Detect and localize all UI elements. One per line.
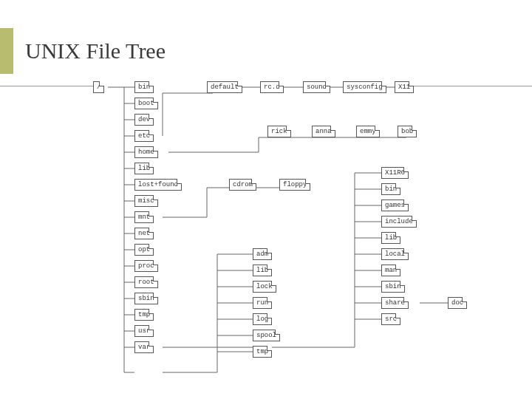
node-net: net [134,228,154,239]
node-root: / [93,81,104,93]
node-x11: X11 [395,81,414,93]
node-usr-bin: bin [381,183,400,195]
node-sysconfig: sysconfig [343,81,386,93]
slide: UNIX File Tree [0,0,532,399]
file-tree-diagram: / bin boot dev etc home lib lost+found m… [89,78,502,389]
node-x11r6: X11R6 [381,167,409,179]
node-root-dir: root [134,276,158,288]
node-opt: opt [134,244,154,256]
node-run: run [253,297,272,309]
rule-left [0,86,95,86]
node-mnt: mnt [134,211,154,223]
node-misc: misc [134,195,158,207]
node-include: include [381,216,417,228]
node-proc: proc [134,260,158,272]
node-rcd: rc.d [260,81,284,93]
node-share: share [381,297,409,309]
node-var-lib: lib [253,265,272,276]
node-boot: boot [134,98,158,109]
node-bin: bin [134,81,154,93]
node-tmp: tmp [134,309,154,321]
node-default: default [207,81,242,93]
node-spool: spool [253,330,280,341]
node-etc: etc [134,130,154,142]
node-usr-lib: lib [381,232,400,244]
page-title: UNIX File Tree [25,38,166,64]
accent-block [0,28,13,74]
node-lib: lib [134,163,154,174]
node-src: src [381,313,400,325]
node-cdrom: cdrom [229,179,256,191]
node-var-tmp: tmp [253,346,272,358]
node-home: home [134,146,158,158]
node-anna: anna [312,126,335,137]
node-dev: dev [134,114,154,126]
node-sound: sound [303,81,330,93]
node-usr-man: man [381,265,400,276]
node-rick: rick [267,126,291,137]
node-var: var [134,341,154,353]
node-local: local [381,248,409,260]
node-log: log [253,313,272,325]
node-lock: lock [253,281,276,293]
node-floppy: floppy [279,179,310,191]
node-lostfound: lost+found [134,179,182,191]
node-emmy: emmy [356,126,380,137]
node-games: games [381,200,409,211]
node-sbin: sbin [134,293,158,304]
node-doc: doc [448,297,467,309]
node-usr: usr [134,325,154,337]
node-bob: bob [398,126,417,137]
node-usr-sbin: sbin [381,281,405,293]
node-adm: adm [253,248,272,260]
